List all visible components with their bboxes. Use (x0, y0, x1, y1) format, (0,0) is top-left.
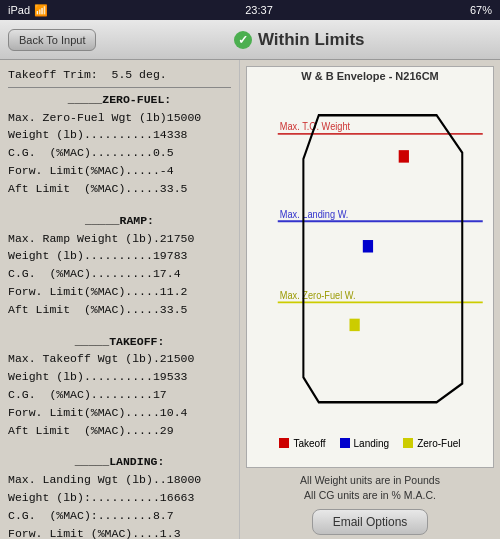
status-left: iPad 📶 (8, 4, 48, 17)
to-line-1: Max. Takeoff Wgt (lb).21500 (8, 350, 231, 368)
zf-line-4: Forw. Limit(%MAC).....-4 (8, 162, 231, 180)
ldg-line-1: Max. Landing Wgt (lb)..18000 (8, 471, 231, 489)
landing-legend-icon (340, 438, 350, 448)
chart-legend: Takeoff Landing Zero-Fuel (247, 434, 493, 453)
legend-zerofuel: Zero-Fuel (403, 438, 460, 449)
status-right: 67% (470, 4, 492, 16)
takeoff-trim: Takeoff Trim: 5.5 deg. (8, 66, 231, 84)
status-time: 23:37 (245, 4, 273, 16)
chart-container: W & B Envelope - N216CM Max. T.O. Weight… (246, 66, 494, 468)
ramp-line-2: Weight (lb)..........19783 (8, 247, 231, 265)
divider-1 (8, 87, 231, 88)
svg-text:Max. Landing W.: Max. Landing W. (280, 208, 349, 220)
legend-zerofuel-label: Zero-Fuel (417, 438, 460, 449)
status-indicator: ✓ Within Limits (106, 30, 492, 50)
zf-line-2: Weight (lb)..........14338 (8, 126, 231, 144)
zero-fuel-dot (350, 319, 360, 331)
zf-line-3: C.G. (%MAC).........0.5 (8, 144, 231, 162)
svg-rect-10 (403, 438, 413, 448)
wifi-icon: 📶 (34, 4, 48, 17)
legend-takeoff: Takeoff (279, 438, 325, 449)
takeoff-legend-icon (279, 438, 289, 448)
svg-rect-9 (340, 438, 350, 448)
takeoff-dot (399, 150, 409, 162)
zf-line-5: Aft Limit (%MAC).....33.5 (8, 180, 231, 198)
svg-text:Max. Zero-Fuel W.: Max. Zero-Fuel W. (280, 289, 356, 301)
legend-landing: Landing (340, 438, 390, 449)
main-content: Takeoff Trim: 5.5 deg. _____ZERO-FUEL: M… (0, 60, 500, 539)
back-button[interactable]: Back To Input (8, 29, 96, 51)
chart-title: W & B Envelope - N216CM (247, 67, 493, 84)
ramp-title: _____RAMP: (8, 212, 231, 230)
cg-units-info: All CG units are in % M.A.C. (246, 488, 494, 504)
status-bar: iPad 📶 23:37 67% (0, 0, 500, 20)
to-line-2: Weight (lb)..........19533 (8, 368, 231, 386)
email-options-button[interactable]: Email Options (312, 509, 429, 535)
right-panel: W & B Envelope - N216CM Max. T.O. Weight… (240, 60, 500, 539)
top-bar: Back To Input ✓ Within Limits (0, 20, 500, 60)
wb-envelope-chart: Max. T.O. Weight Max. Landing W. Max. Ze… (247, 84, 493, 434)
ldg-line-2: Weight (lb):..........16663 (8, 489, 231, 507)
left-panel: Takeoff Trim: 5.5 deg. _____ZERO-FUEL: M… (0, 60, 240, 539)
svg-rect-0 (247, 84, 493, 434)
zerofuel-legend-icon (403, 438, 413, 448)
status-icon: ✓ (234, 31, 252, 49)
status-text: Within Limits (258, 30, 365, 50)
device-label: iPad (8, 4, 30, 16)
legend-takeoff-label: Takeoff (293, 438, 325, 449)
landing-dot (363, 240, 373, 252)
to-line-4: Forw. Limit(%MAC).....10.4 (8, 404, 231, 422)
zero-fuel-title: _____ZERO-FUEL: (8, 91, 231, 109)
svg-rect-8 (279, 438, 289, 448)
weight-units-info: All Weight units are in Pounds (246, 473, 494, 489)
zf-line-1: Max. Zero-Fuel Wgt (lb)15000 (8, 109, 231, 127)
ramp-line-5: Aft Limit (%MAC).....33.5 (8, 301, 231, 319)
ramp-line-1: Max. Ramp Weight (lb).21750 (8, 230, 231, 248)
takeoff-title: _____TAKEOFF: (8, 333, 231, 351)
battery-label: 67% (470, 4, 492, 16)
chart-area: Max. T.O. Weight Max. Landing W. Max. Ze… (247, 84, 493, 434)
legend-landing-label: Landing (354, 438, 390, 449)
ldg-line-4: Forw. Limit (%MAC)....1.3 (8, 525, 231, 539)
to-line-5: Aft Limit (%MAC).....29 (8, 422, 231, 440)
ldg-line-3: C.G. (%MAC):........8.7 (8, 507, 231, 525)
ramp-line-3: C.G. (%MAC).........17.4 (8, 265, 231, 283)
ramp-line-4: Forw. Limit(%MAC).....11.2 (8, 283, 231, 301)
landing-title: _____LANDING: (8, 453, 231, 471)
bottom-info: All Weight units are in Pounds All CG un… (246, 473, 494, 536)
to-line-3: C.G. (%MAC).........17 (8, 386, 231, 404)
